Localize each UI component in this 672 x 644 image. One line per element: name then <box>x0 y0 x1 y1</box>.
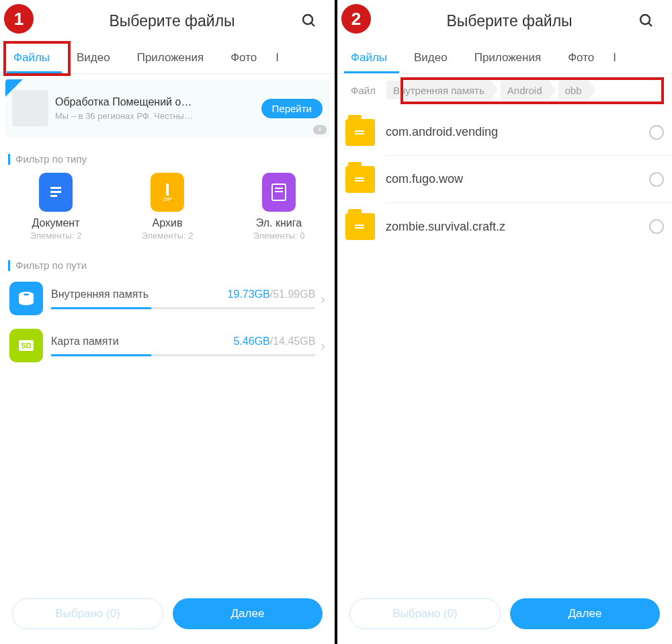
svg-rect-5 <box>50 195 57 197</box>
search-icon <box>301 13 317 29</box>
ad-corner-icon <box>5 79 23 97</box>
tab-apps[interactable]: Приложения <box>124 42 217 74</box>
svg-rect-10 <box>275 191 283 192</box>
breadcrumb: Файл Внутренняя память Android obb <box>337 74 672 106</box>
radio-select[interactable] <box>649 172 664 187</box>
crumb-android[interactable]: Android <box>501 81 549 99</box>
svg-point-14 <box>24 294 29 296</box>
app-bar: Выберите файлы <box>337 0 672 42</box>
svg-rect-20 <box>355 180 364 182</box>
tab-files[interactable]: Файлы <box>337 42 401 74</box>
storage-sd-total: /14.45GB <box>270 335 316 347</box>
ad-subtitle: Мы – в 36 регионах РФ. Честны… <box>55 111 261 121</box>
search-button[interactable] <box>633 7 660 34</box>
folder-row[interactable]: com.fugo.wow <box>345 156 672 203</box>
tab-video[interactable]: Видео <box>63 42 124 74</box>
type-archive-label: Архив <box>120 217 214 229</box>
storage-sdcard[interactable]: SD Карта памяти 5.46GB/14.45GB › <box>0 322 335 369</box>
ad-banner[interactable]: Обработка Помещений о… Мы – в 36 региона… <box>5 79 329 137</box>
svg-rect-3 <box>50 187 61 189</box>
storage-internal[interactable]: Внутренняя память 19.73GB/51.99GB › <box>0 275 335 322</box>
search-button[interactable] <box>296 7 323 34</box>
crumb-internal[interactable]: Внутренняя память <box>386 81 491 99</box>
svg-rect-4 <box>50 191 61 193</box>
folder-name-label: com.fugo.wow <box>386 172 463 186</box>
svg-point-13 <box>19 300 34 305</box>
filter-type-label: Фильтр по типу <box>15 153 87 165</box>
type-filter-row: Документ Элементы: 2 ZIP Архив Элементы:… <box>0 169 335 249</box>
app-bar: Выберите файлы <box>0 0 335 42</box>
folder-icon <box>345 166 375 193</box>
bottom-bar: Выбрано (0) Далее <box>337 589 672 644</box>
radio-select[interactable] <box>649 219 664 234</box>
svg-line-16 <box>648 23 652 26</box>
tab-video[interactable]: Видео <box>401 42 461 74</box>
folder-list: com.android.vending com.fugo.wow zombie.… <box>337 106 672 250</box>
type-document-label: Документ <box>9 217 103 229</box>
radio-select[interactable] <box>649 125 664 140</box>
svg-line-1 <box>311 23 314 26</box>
storage-sd-name: Карта памяти <box>51 335 119 348</box>
crumb-root[interactable]: Файл <box>344 83 382 98</box>
type-archive[interactable]: ZIP Архив Элементы: 2 <box>120 173 214 241</box>
tab-more[interactable]: I <box>270 42 292 74</box>
folder-icon <box>345 213 375 240</box>
next-button[interactable]: Далее <box>173 598 323 629</box>
storage-sd-bar <box>51 354 315 356</box>
filter-type-heading: Фильтр по типу <box>0 143 335 169</box>
ad-cta-button[interactable]: Перейти <box>261 99 323 118</box>
ad-close-icon[interactable]: × <box>313 125 327 134</box>
archive-icon: ZIP <box>151 173 184 212</box>
storage-internal-bar <box>51 307 315 309</box>
tab-underline <box>344 71 399 73</box>
tab-more[interactable]: I <box>607 42 630 74</box>
tab-files[interactable]: Файлы <box>0 42 63 74</box>
type-ebook-count: Элементы: 0 <box>232 231 326 241</box>
selected-count-pill[interactable]: Выбрано (0) <box>349 598 501 629</box>
storage-sd-used: 5.46GB <box>233 335 269 347</box>
bottom-bar: Выбрано (0) Далее <box>0 589 335 644</box>
selected-count-pill[interactable]: Выбрано (0) <box>12 598 163 629</box>
type-document-count: Элементы: 2 <box>9 231 103 241</box>
svg-rect-21 <box>355 225 364 226</box>
folder-icon <box>345 119 375 146</box>
heading-bar-icon <box>8 154 10 165</box>
type-archive-count: Элементы: 2 <box>120 231 214 241</box>
pane-step-2: 2 Выберите файлы Файлы Видео Приложения … <box>337 0 672 644</box>
storage-internal-name: Внутренняя память <box>51 288 149 300</box>
type-ebook[interactable]: Эл. книга Элементы: 0 <box>232 173 326 241</box>
storage-internal-used: 19.73GB <box>228 288 270 300</box>
svg-rect-18 <box>355 133 364 134</box>
step-badge-2: 2 <box>341 4 371 34</box>
next-button[interactable]: Далее <box>510 598 660 629</box>
svg-rect-6 <box>166 184 169 196</box>
tab-bar: Файлы Видео Приложения Фото I <box>0 42 335 74</box>
crumb-obb[interactable]: obb <box>558 81 589 99</box>
document-icon <box>39 173 73 212</box>
filter-path-label: Фильтр по пути <box>15 259 87 271</box>
step-badge-1: 1 <box>4 4 34 34</box>
svg-point-0 <box>303 15 312 24</box>
svg-rect-17 <box>355 130 364 132</box>
page-title: Выберите файлы <box>48 12 296 30</box>
tab-apps[interactable]: Приложения <box>461 42 554 74</box>
folder-row[interactable]: com.android.vending <box>345 109 672 156</box>
filter-path-heading: Фильтр по пути <box>0 249 335 275</box>
folder-row[interactable]: zombie.survival.craft.z <box>345 203 672 250</box>
svg-text:ZIP: ZIP <box>163 196 171 202</box>
chevron-right-icon: › <box>315 338 325 354</box>
type-document[interactable]: Документ Элементы: 2 <box>9 173 103 241</box>
tab-underline <box>7 71 62 73</box>
page-title: Выберите файлы <box>386 12 633 30</box>
ebook-icon <box>262 173 296 212</box>
tab-photo[interactable]: Фото <box>554 42 607 74</box>
svg-rect-9 <box>275 188 283 189</box>
storage-internal-total: /51.99GB <box>270 288 316 300</box>
type-ebook-label: Эл. книга <box>232 217 326 229</box>
sdcard-icon: SD <box>9 329 43 362</box>
tab-photo[interactable]: Фото <box>217 42 270 74</box>
tab-bar: Файлы Видео Приложения Фото I <box>337 42 672 74</box>
pane-step-1: 1 Выберите файлы Файлы Видео Приложения … <box>0 0 335 644</box>
heading-bar-icon <box>8 260 10 271</box>
ad-title: Обработка Помещений о… <box>55 96 261 108</box>
